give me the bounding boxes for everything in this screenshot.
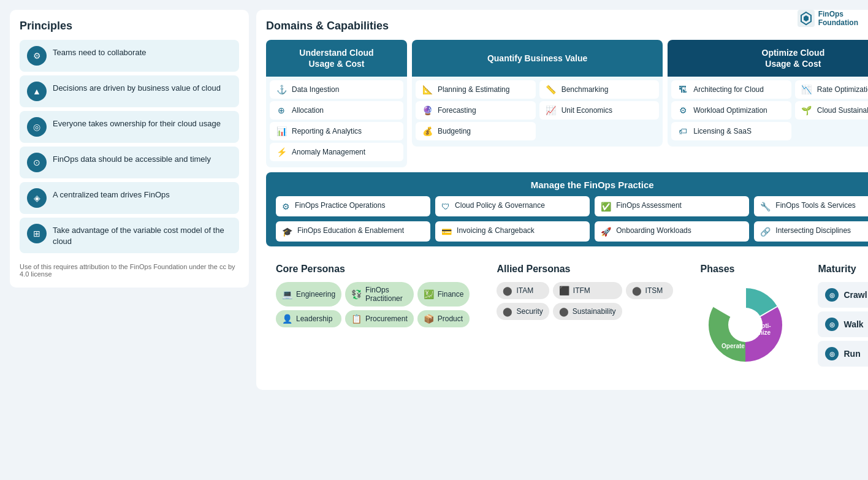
onboarding-icon: 🚀 [601, 227, 611, 237]
maturity-run: ◎ Run [818, 341, 868, 367]
persona-finops-practitioner-label: FinOps Practitioner [365, 286, 408, 303]
bottom-row: Core Personas 💻 Engineering 💱 FinOps Pra… [266, 254, 868, 380]
principle-item-5: ⊞ Take advantage of the variable cost mo… [20, 218, 239, 253]
principle-text-0: Teams need to collaborate [53, 46, 146, 58]
optimize-sub-right: 📉 Rate Optimization 🌱 Cloud Sustainabili… [795, 80, 868, 143]
persona-engineering: 💻 Engineering [276, 282, 341, 307]
planning-icon: 📐 [422, 85, 433, 94]
allied-itfm-label: ITFM [573, 286, 590, 295]
principle-icon-2: ◎ [27, 117, 47, 137]
itam-icon: ⬤ [503, 286, 512, 295]
logo-line2: Foundation [818, 18, 858, 27]
maturity-walk: ◎ Walk [818, 311, 868, 337]
principle-text-4: A centralized team drives FinOps [53, 188, 170, 200]
allied-security-label: Security [516, 307, 542, 316]
domain-quantify-body: 📐 Planning & Estimating 🔮 Forecasting 💰 … [412, 77, 663, 147]
cap-workload: ⚙ Workload Optimization [671, 101, 791, 120]
cloud-policy-label: Cloud Policy & Governance [455, 201, 545, 210]
persona-procurement-label: Procurement [365, 314, 408, 323]
svg-text:mize: mize [757, 329, 771, 336]
finops-logo-icon [798, 10, 815, 27]
manage-practice-ops: ⚙ FinOps Practice Operations [276, 196, 430, 216]
cap-forecasting-label: Forecasting [438, 106, 476, 115]
manage-invoicing: 💳 Invoicing & Chargeback [435, 221, 590, 242]
finops-practitioner-icon: 💱 [351, 289, 362, 299]
maturity-crawl-label: Crawl [843, 290, 867, 300]
cap-planning: 📐 Planning & Estimating [416, 80, 536, 99]
itsm-icon: ⬤ [632, 286, 642, 295]
phases-donut-svg: Inform Opti- mize Operate [702, 282, 788, 368]
cap-unit-economics-label: Unit Economics [562, 106, 612, 115]
cap-forecasting: 🔮 Forecasting [416, 101, 536, 120]
cap-rate-label: Rate Optimization [817, 85, 868, 94]
allied-sustainability-label: Sustainability [573, 307, 616, 316]
principle-icon-5: ⊞ [27, 224, 47, 243]
principle-icon-1: ▲ [27, 82, 47, 101]
cap-budgeting: 💰 Budgeting [416, 122, 536, 140]
cap-architecting: 🏗 Architecting for Cloud [671, 80, 791, 99]
persona-leadership: 👤 Leadership [276, 310, 341, 327]
cap-rate: 📉 Rate Optimization [795, 80, 868, 99]
manage-finops-assess: ✅ FinOps Assessment [595, 196, 749, 216]
cap-budgeting-label: Budgeting [438, 127, 471, 135]
manage-intersecting: 🔗 Intersecting Disciplines [754, 221, 868, 242]
persona-finops-practitioner: 💱 FinOps Practitioner [345, 282, 414, 307]
finops-assess-label: FinOps Assessment [616, 201, 682, 210]
reporting-icon: 📊 [276, 126, 287, 136]
practice-ops-icon: ⚙ [282, 202, 290, 211]
intersecting-icon: 🔗 [760, 227, 771, 237]
principle-item-1: ▲ Decisions are driven by business value… [20, 75, 239, 107]
cap-reporting-label: Reporting & Analytics [292, 127, 362, 135]
anomaly-icon: ⚡ [276, 147, 287, 157]
leadership-icon: 👤 [282, 314, 292, 324]
cap-data-ingestion: ⚓ Data Ingestion [270, 80, 403, 99]
phases-section: Phases [690, 254, 801, 380]
cap-unit-economics: 📈 Unit Economics [539, 101, 660, 120]
allied-itsm: ⬤ ITSM [626, 282, 674, 299]
persona-leadership-label: Leadership [296, 314, 332, 323]
intersecting-label: Intersecting Disciplines [775, 226, 851, 235]
domain-understand: Understand CloudUsage & Cost ⚓ Data Inge… [266, 40, 407, 167]
domain-quantify-header: Quantify Business Value [412, 40, 663, 77]
cap-workload-label: Workload Optimization [693, 106, 767, 115]
workload-icon: ⚙ [677, 105, 688, 115]
cap-anomaly: ⚡ Anomaly Management [270, 143, 403, 161]
forecasting-icon: 🔮 [422, 105, 433, 115]
cap-sustainability: 🌱 Cloud Sustainability [795, 101, 868, 120]
domain-optimize-header: Optimize CloudUsage & Cost [668, 40, 868, 77]
maturity-title: Maturity [818, 264, 868, 275]
finops-assess-icon: ✅ [601, 202, 611, 211]
domains-columns: Understand CloudUsage & Cost ⚓ Data Inge… [266, 40, 868, 167]
manage-grid: ⚙ FinOps Practice Operations 🛡 Cloud Pol… [276, 196, 868, 242]
unit-economics-icon: 📈 [546, 105, 557, 115]
cloud-policy-icon: 🛡 [441, 202, 450, 211]
svg-text:Operate: Operate [722, 343, 745, 349]
cap-sustainability-label: Cloud Sustainability [817, 106, 868, 115]
allied-itam-label: ITAM [516, 286, 533, 295]
principle-text-5: Take advantage of the variable cost mode… [53, 224, 232, 247]
benchmarking-icon: 📏 [546, 85, 557, 94]
crawl-icon: ◎ [825, 288, 839, 302]
itfm-icon: ⬛ [559, 286, 569, 295]
manage-title: Manage the FinOps Practice [276, 180, 868, 190]
cap-allocation: ⊕ Allocation [270, 101, 403, 120]
maturity-walk-label: Walk [843, 319, 863, 329]
core-persona-grid: 💻 Engineering 💱 FinOps Practitioner 💹 Fi… [276, 282, 470, 327]
education-label: FinOps Education & Enablement [297, 226, 404, 235]
allied-itam: ⬤ ITAM [497, 282, 549, 299]
cap-data-ingestion-label: Data Ingestion [292, 85, 339, 94]
data-ingestion-icon: ⚓ [276, 85, 287, 94]
run-icon: ◎ [825, 347, 839, 360]
principle-item-3: ⊙ FinOps data should be accessible and t… [20, 147, 239, 178]
quantify-sub-left: 📐 Planning & Estimating 🔮 Forecasting 💰 … [416, 80, 536, 143]
persona-procurement: 📋 Procurement [345, 310, 414, 327]
allied-personas-section: Allied Personas ⬤ ITAM ⬛ ITFM ⬤ ITSM [487, 254, 683, 380]
persona-finance: 💹 Finance [417, 282, 470, 307]
persona-product-label: Product [438, 314, 463, 323]
cap-benchmarking-label: Benchmarking [562, 85, 609, 94]
domain-understand-header: Understand CloudUsage & Cost [266, 40, 407, 77]
domain-optimize-body: 🏗 Architecting for Cloud ⚙ Workload Opti… [668, 77, 868, 147]
manage-cloud-policy: 🛡 Cloud Policy & Governance [435, 196, 590, 216]
manage-education: 🎓 FinOps Education & Enablement [276, 221, 430, 242]
rate-icon: 📉 [801, 85, 812, 94]
